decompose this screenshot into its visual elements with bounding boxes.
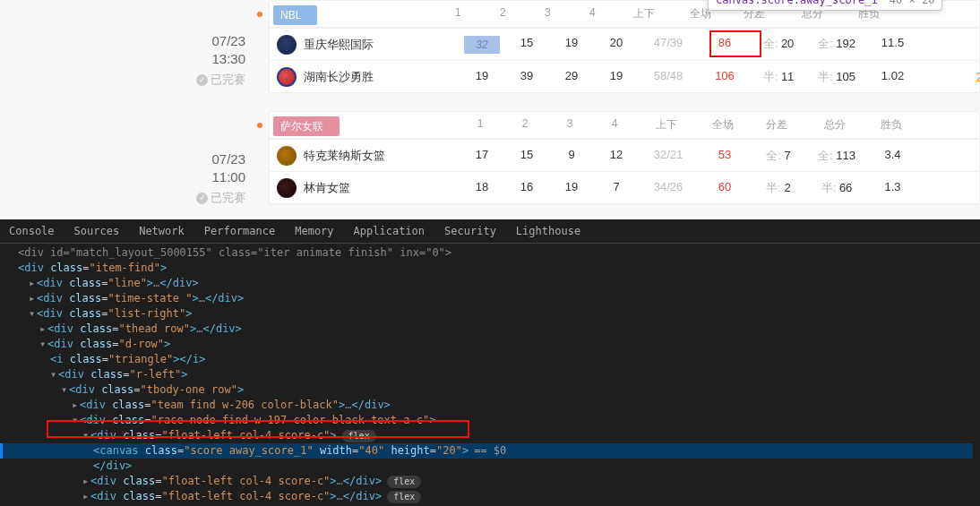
table-row[interactable]: 湖南长沙勇胜1939291958/48106半: 11半: 1051.0220: [270, 60, 979, 92]
team-name: 湖南长沙勇胜: [304, 69, 374, 85]
fullscore-cell: 86: [698, 36, 752, 54]
team-cell: 林肯女篮: [270, 178, 460, 198]
team-icon: [277, 178, 297, 198]
score-cell: 7: [594, 180, 639, 196]
dom-line[interactable]: ▸<div class="line">…</div>: [7, 276, 973, 291]
score-cell: 15: [504, 148, 549, 164]
header-cell: 4: [592, 117, 637, 133]
score-cell: 39: [504, 69, 549, 85]
total-cell: 半: 105: [805, 69, 868, 85]
tooltip-dims: 40 × 20: [890, 0, 935, 6]
dom-line[interactable]: ▸<div class="float-left col-4 score-c">……: [7, 474, 973, 489]
wl-cell: 11.5: [868, 36, 917, 54]
dom-line[interactable]: ▾<div class="race-node find w-197 color-…: [7, 413, 973, 428]
table-header: 萨尔女联1234上下全场分差总分胜负: [270, 112, 979, 139]
match-page: 07/2313:30 ✓ 已完赛 07/2311:00 ✓ 已完赛 canvas…: [0, 0, 980, 219]
team-cell: 特克莱纳斯女篮: [270, 146, 460, 166]
time: 13:30: [0, 50, 245, 68]
time: 11:00: [0, 168, 245, 186]
dom-line[interactable]: ▸<div class="float-left col-4 score-c">……: [7, 489, 973, 504]
devtools-tabs[interactable]: ConsoleSourcesNetworkPerformanceMemoryAp…: [0, 219, 980, 244]
team-cell: 重庆华熙国际: [270, 35, 460, 55]
match-block: 萨尔女联1234上下全场分差总分胜负特克莱纳斯女篮171591232/2153全…: [269, 111, 980, 204]
devtools-tab[interactable]: Performance: [204, 225, 275, 237]
dom-line[interactable]: <div class="item-find">: [7, 261, 973, 276]
updown-cell: 47/39: [639, 36, 698, 54]
updown-cell: 32/21: [639, 148, 698, 164]
score-cell: 20: [594, 36, 639, 54]
updown-cell: 58/48: [639, 69, 698, 85]
elements-dom-tree[interactable]: <div id="match_layout_5000155" class="it…: [0, 244, 980, 506]
dom-line[interactable]: ▸<div class="team find w-206 color-black…: [7, 398, 973, 413]
score-cell: 29: [549, 69, 594, 85]
dom-line[interactable]: ▾<div class="tbody-one row">: [7, 382, 973, 398]
time-state-0: 07/2313:30 ✓ 已完赛: [0, 32, 245, 88]
dom-line[interactable]: ▾<div class="d-row">: [7, 337, 973, 352]
total-cell: 全: 192: [805, 36, 868, 54]
devtools-panel: ConsoleSourcesNetworkPerformanceMemoryAp…: [0, 219, 980, 506]
score-cell: 16: [504, 180, 549, 196]
devtools-tab[interactable]: Security: [444, 225, 496, 237]
match-list: canvas.score.away_score_1 40 × 20 NBL123…: [269, 0, 980, 219]
score-cell: 19: [594, 69, 639, 85]
devtools-tab[interactable]: Memory: [295, 225, 333, 237]
header-cell: 全场: [696, 117, 750, 133]
league-tag[interactable]: NBL: [273, 5, 317, 25]
dom-line[interactable]: <i class="triangle"></i>: [7, 352, 973, 367]
dom-line[interactable]: ▾<div class="float-left col-4 score-c">f…: [7, 428, 973, 443]
flex-badge[interactable]: flex: [387, 476, 421, 488]
edge-value: 20: [976, 70, 980, 84]
team-name: 特克莱纳斯女篮: [304, 148, 385, 164]
wl-cell: 1.3: [868, 180, 917, 196]
devtools-tab[interactable]: Lighthouse: [516, 225, 580, 237]
check-icon: ✓: [196, 193, 208, 204]
diff-cell: 全: 20: [752, 36, 805, 54]
table-row[interactable]: 重庆华熙国际3215192047/3986全: 20全: 19211.5: [270, 28, 979, 60]
dom-line[interactable]: ▾<div class="r-left">: [7, 367, 973, 382]
total-cell: 半: 66: [805, 180, 868, 196]
header-cell: 分差: [750, 117, 804, 133]
header-cell: 上下: [615, 6, 674, 21]
team-icon: [277, 146, 297, 166]
header-cell: 1: [458, 117, 503, 133]
inspector-tooltip: canvas.score.away_score_1 40 × 20: [708, 0, 942, 11]
flex-badge[interactable]: flex: [387, 491, 421, 503]
score-cell: 17: [460, 148, 504, 164]
header-cell: 3: [547, 117, 592, 133]
score-cell: 9: [549, 148, 594, 164]
diff-cell: 全: 7: [752, 148, 805, 164]
score-cell: 12: [594, 148, 639, 164]
flex-badge[interactable]: flex: [342, 430, 376, 442]
dom-line[interactable]: ▸<div class="thead row">…</div>: [7, 322, 973, 337]
dom-line[interactable]: </div>: [7, 459, 973, 474]
wl-cell: 1.02: [868, 69, 917, 85]
devtools-tab[interactable]: Application: [354, 225, 425, 237]
table-row[interactable]: 特克莱纳斯女篮171591232/2153全: 7全: 1133.4: [270, 139, 979, 171]
match-status: ✓ 已完赛: [0, 72, 245, 88]
live-dot-icon: [257, 12, 262, 17]
live-dot-icon: [257, 123, 262, 128]
score-cell: 19: [549, 180, 594, 196]
score-canvas: 32: [464, 36, 500, 54]
team-icon: [277, 35, 297, 55]
header-cell: 4: [570, 6, 615, 21]
team-icon: [277, 67, 297, 87]
header-cell: 2: [480, 6, 525, 21]
league-tag[interactable]: 萨尔女联: [273, 116, 340, 136]
fullscore-cell: 60: [698, 180, 752, 196]
header-cell: 2: [503, 117, 547, 133]
selected-dom-node[interactable]: <canvas class="score away_score_1" width…: [0, 443, 973, 459]
status-text: 已完赛: [211, 72, 245, 88]
dom-line[interactable]: ▾<div class="list-right">: [7, 306, 973, 322]
score-cell: 19: [549, 36, 594, 54]
devtools-tab[interactable]: Sources: [74, 225, 120, 237]
fullscore-cell: 53: [698, 148, 752, 164]
table-row[interactable]: 林肯女篮181619734/2660半: 2半: 661.37: [270, 171, 979, 203]
team-cell: 湖南长沙勇胜: [270, 67, 460, 87]
dom-line[interactable]: ▸<div class="time-state ">…</div>: [7, 291, 973, 306]
devtools-tab[interactable]: Console: [9, 225, 55, 237]
devtools-tab[interactable]: Network: [139, 225, 185, 237]
match-block: NBL1234上下全场分差总分胜负重庆华熙国际3215192047/3986全:…: [269, 0, 980, 93]
dom-line[interactable]: <div id="match_layout_5000155" class="it…: [18, 246, 451, 259]
fullscore-cell: 106: [698, 69, 752, 85]
